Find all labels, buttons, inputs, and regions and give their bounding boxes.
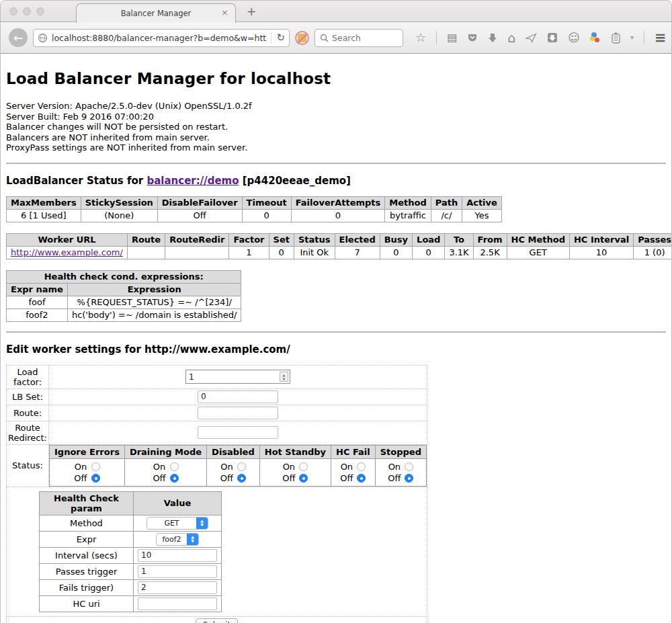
divider — [6, 331, 666, 333]
reload-icon[interactable]: ↻ — [271, 32, 285, 44]
toolbar-separator — [436, 31, 437, 44]
new-tab-button[interactable]: + — [247, 5, 256, 18]
submit-row: Submit — [7, 616, 427, 623]
ignore-errors-off-radio[interactable] — [91, 474, 100, 483]
bookmark-star-icon[interactable]: ☆ — [415, 32, 426, 44]
col-disablefailover: DisableFailover — [157, 196, 242, 209]
hc-passes-row: Passes trigger — [40, 563, 222, 579]
lb-set-input[interactable] — [198, 390, 278, 403]
minimize-window-button[interactable] — [23, 7, 31, 15]
colored-dots-extension-icon[interactable] — [590, 32, 601, 43]
download-arrow-icon[interactable] — [488, 33, 497, 43]
workers-table: Worker URL Route RouteRedir Factor Set S… — [6, 233, 672, 259]
disabled-off-radio[interactable] — [237, 474, 246, 483]
url-text[interactable]: localhost:8880/balancer-manager?b=demo&w… — [52, 33, 267, 43]
hc-uri-input[interactable] — [138, 597, 217, 610]
edit-worker-heading: Edit worker settings for http://www.exam… — [6, 343, 666, 356]
hc-passes-input[interactable] — [138, 565, 217, 578]
expression-row-foof: foof %{REQUEST_STATUS} =~ /^[234]/ — [7, 296, 241, 308]
page-title: Load Balancer Manager for localhost — [6, 70, 666, 87]
browser-window: Balancer Manager × + ← localhost:8880/ba… — [0, 0, 672, 623]
zoom-window-button[interactable] — [36, 7, 44, 15]
stopped-on-radio[interactable] — [405, 462, 413, 471]
status-row: Status: Ignore Errors Draining Mode Disa… — [7, 444, 427, 487]
stepper-icon[interactable]: ▲▼ — [280, 372, 288, 382]
balancer-demo-link[interactable]: balancer://demo — [146, 175, 239, 187]
col-failoverattempts: FailoverAttempts — [291, 196, 385, 209]
select-chevrons-icon: ▲▼ — [187, 533, 198, 546]
send-plane-icon[interactable] — [526, 33, 537, 43]
hc-fails-row: Fails trigger) — [40, 579, 222, 595]
table-header-row: MaxMembers StickySession DisableFailover… — [7, 196, 502, 209]
health-check-row: Health Check param Value Method GET ▲▼ — [7, 487, 427, 616]
home-icon[interactable]: ⌂ — [507, 32, 515, 44]
lb-set-label: LB Set: — [7, 388, 49, 405]
close-window-button[interactable] — [9, 7, 17, 15]
hc-method-select[interactable]: GET ▲▼ — [146, 517, 208, 530]
toolbar-icons: ☆ ▤ ⌂ ☺ ▾ ≡ ▦ — [415, 30, 672, 46]
disabled-on-radio[interactable] — [237, 462, 246, 471]
expressions-title: Health check cond. expressions: — [7, 270, 241, 283]
feedback-smiley-icon[interactable]: ☺ — [568, 32, 580, 44]
col-stickysession: StickySession — [81, 196, 157, 209]
tab-title: Balancer Manager — [121, 9, 192, 18]
draining-mode-off-radio[interactable] — [170, 474, 179, 483]
back-button[interactable]: ← — [9, 28, 28, 47]
select-chevrons-icon: ▲▼ — [196, 517, 208, 530]
search-bar[interactable] — [314, 29, 403, 47]
load-factor-input[interactable]: 1 ▲▼ — [185, 370, 290, 384]
persist-note: Balancer changes will NOT be persisted o… — [6, 122, 666, 132]
toolbar-separator-2 — [644, 31, 644, 44]
stopped-off-radio[interactable] — [405, 474, 413, 483]
hc-interval-input[interactable] — [138, 549, 217, 562]
hc-fails-input[interactable] — [138, 581, 217, 594]
navigation-toolbar: ← localhost:8880/balancer-manager?b=demo… — [1, 22, 671, 54]
downloads-box-icon[interactable] — [547, 32, 558, 43]
balancer-status-heading: LoadBalancer Status for balancer://demo … — [6, 175, 666, 187]
battery-extension-icon[interactable] — [612, 32, 620, 44]
hc-uri-row: HC uri — [40, 595, 222, 612]
tab-close-icon[interactable]: × — [221, 7, 228, 17]
server-info: Server Version: Apache/2.5.0-dev (Unix) … — [6, 101, 666, 153]
col-maxmembers: MaxMembers — [7, 196, 81, 209]
divider — [6, 163, 666, 164]
health-check-table: Health Check param Value Method GET ▲▼ — [39, 491, 222, 612]
adblock-icon[interactable] — [295, 31, 309, 45]
hot-standby-off-radio[interactable] — [299, 474, 308, 483]
expressions-title-row: Health check cond. expressions: — [7, 270, 241, 283]
route-redirect-label: Route Redirect: — [7, 421, 49, 444]
hc-expr-select[interactable]: foof2 ▲▼ — [156, 533, 199, 546]
hc-fail-on-radio[interactable] — [357, 462, 366, 471]
edit-worker-form: Load factor: 1 ▲▼ LB Set: Route: Route R… — [6, 365, 666, 623]
pocket-icon[interactable] — [467, 32, 478, 43]
hc-interval-row: Interval (secs) — [40, 547, 222, 563]
server-built: Server Built: Feb 9 2016 07:00:20 — [6, 112, 666, 122]
hc-fail-off-radio[interactable] — [357, 474, 366, 483]
menu-hamburger-icon[interactable]: ≡ — [655, 30, 667, 46]
worker-url-link[interactable]: http://www.example.com/ — [11, 247, 123, 257]
route-input[interactable] — [198, 407, 278, 419]
search-input[interactable] — [332, 33, 392, 43]
status-table: Ignore Errors Draining Mode Disabled Hot… — [49, 445, 427, 487]
route-redirect-input[interactable] — [198, 426, 278, 439]
hc-header-row: Health Check param Value — [40, 491, 222, 515]
draining-mode-on-radio[interactable] — [170, 462, 179, 471]
submit-button[interactable]: Submit — [196, 618, 238, 623]
heading-suffix: [p4420eeae_demo] — [239, 175, 351, 187]
clipboard-icon[interactable]: ▤ — [447, 32, 457, 43]
status-radios-row: On Off On Off On Off — [50, 458, 427, 486]
ignore-errors-on-radio[interactable] — [91, 462, 100, 471]
lb-set-row: LB Set: — [7, 388, 427, 405]
overflow-chevron-icon[interactable]: ▾ — [630, 34, 634, 41]
back-arrow-icon: ← — [13, 31, 23, 44]
edit-worker-table: Load factor: 1 ▲▼ LB Set: Route: Route R… — [6, 365, 427, 623]
heading-prefix: LoadBalancer Status for — [6, 175, 146, 187]
hot-standby-on-radio[interactable] — [299, 462, 308, 471]
hc-method-row: Method GET ▲▼ — [40, 515, 222, 531]
expressions-table: Health check cond. expressions: Expr nam… — [6, 270, 241, 322]
tab-balancer-manager[interactable]: Balancer Manager × — [76, 3, 236, 23]
col-method: Method — [385, 196, 431, 209]
route-label: Route: — [7, 405, 49, 421]
route-row: Route: — [7, 405, 427, 421]
url-bar[interactable]: localhost:8880/balancer-manager?b=demo&w… — [33, 29, 290, 47]
